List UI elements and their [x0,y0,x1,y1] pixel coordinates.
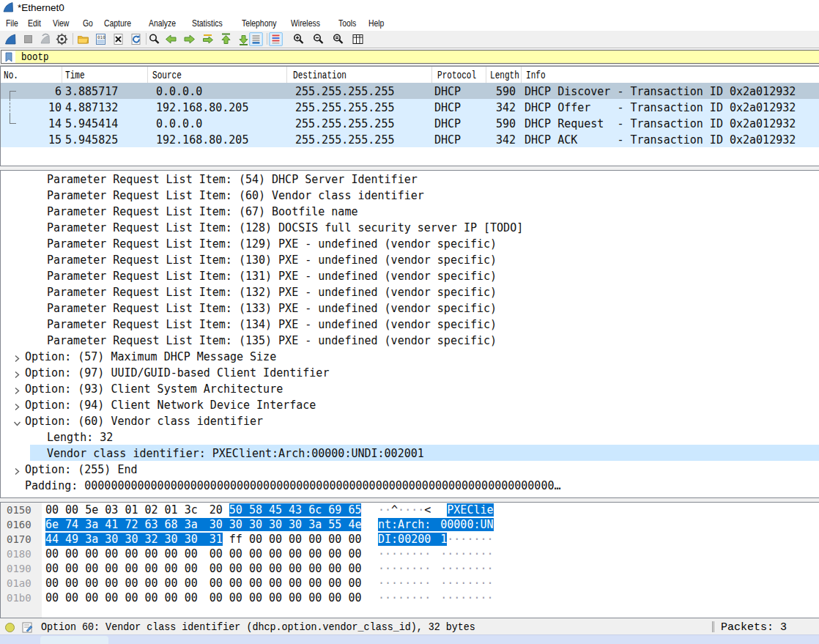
hex-bytes: 00 00 00 00 00 00 00 00 00 00 00 00 00 0… [45,562,361,575]
detail-line-9[interactable]: Parameter Request List Item: (134) PXE -… [1,316,818,332]
menu-telephony[interactable]: Telephony [242,18,276,29]
column-header-length[interactable]: Length [490,70,519,81]
cell-len: 342 [496,101,516,114]
colorize-button[interactable] [269,32,283,46]
detail-line-10[interactable]: Parameter Request List Item: (135) PXE -… [1,332,818,348]
go-back-button[interactable] [164,32,178,46]
toolbar-separator [267,33,267,45]
detail-line-3[interactable]: Parameter Request List Item: (128) DOCSI… [1,219,818,235]
reload-button[interactable] [129,32,143,46]
column-separator[interactable] [486,67,486,84]
detail-line-13[interactable]: Option: (93) Client System Architecture [1,380,818,396]
detail-line-16[interactable]: Length: 32 [1,429,818,445]
detail-text: Padding: 0000000000000000000000000000000… [25,479,561,492]
cell-no: 14 [48,117,62,130]
hex-ascii: ········ ········ [378,577,494,590]
column-header-info[interactable]: Info [526,70,546,81]
detail-line-4[interactable]: Parameter Request List Item: (129) PXE -… [1,235,818,251]
hex-offset: 0170 [7,533,32,545]
menu-statistics[interactable]: Statistics [192,18,223,29]
cell-src: 0.0.0.0 [156,117,202,130]
close-capture-button[interactable] [111,32,125,46]
cell-proto: DHCP [434,101,461,114]
column-header-time[interactable]: Time [65,70,85,81]
cell-src: 0.0.0.0 [156,85,202,98]
go-forward-button[interactable] [182,32,196,46]
filter-text: bootp [21,51,48,64]
detail-line-1[interactable]: Parameter Request List Item: (60) Vendor… [1,187,818,203]
cell-dst: 255.255.255.255 [295,85,394,98]
packet-row-15[interactable]: 155.945825192.168.80.205255.255.255.255D… [1,131,819,147]
save-file-button[interactable]: 010 [94,32,108,46]
detail-line-7[interactable]: Parameter Request List Item: (132) PXE -… [1,284,818,300]
capture-options-button[interactable] [55,32,69,46]
zoom-original-button[interactable] [331,32,345,46]
resize-columns-button[interactable] [351,32,365,46]
open-file-button[interactable] [76,32,90,46]
menu-file[interactable]: File [6,18,18,29]
title-bar: *Ethernet0 [0,0,819,15]
detail-line-18[interactable]: Option: (255) End [1,461,818,477]
detail-line-8[interactable]: Parameter Request List Item: (133) PXE -… [1,300,818,316]
menu-view[interactable]: View [53,18,69,29]
go-first-button[interactable] [219,32,233,46]
detail-line-0[interactable]: Parameter Request List Item: (54) DHCP S… [1,171,818,187]
packet-list-header[interactable]: No.TimeSourceDestinationProtocolLengthIn… [1,67,818,84]
cell-proto: DHCP [434,133,461,147]
detail-text: Parameter Request List Item: (54) DHCP S… [47,173,418,186]
detail-line-11[interactable]: Option: (57) Maximum DHCP Message Size [1,348,818,364]
go-to-packet-button[interactable] [201,32,215,46]
filter-bookmark-icon[interactable] [1,51,15,63]
column-header-protocol[interactable]: Protocol [437,70,476,81]
menu-go[interactable]: Go [83,18,93,29]
detail-line-19[interactable]: Padding: 0000000000000000000000000000000… [1,477,818,493]
hex-bytes: 6e 74 3a 41 72 63 68 3a 30 30 30 30 30 3… [45,518,361,531]
restart-capture-button[interactable] [39,32,53,46]
column-separator[interactable] [431,67,432,84]
zoom-out-button[interactable] [311,32,325,46]
hex-offset: 0150 [7,504,32,516]
detail-text: Option: (60) Vendor class identifier [25,415,263,428]
detail-text: Parameter Request List Item: (67) Bootfi… [47,205,357,218]
zoom-in-button[interactable] [292,32,305,46]
packet-row-14[interactable]: 145.9454140.0.0.0255.255.255.255DHCP590D… [1,115,819,131]
menu-edit[interactable]: Edit [28,18,41,29]
wireshark-start-button[interactable] [4,32,18,46]
cell-time: 5.945414 [65,117,118,130]
detail-line-2[interactable]: Parameter Request List Item: (67) Bootfi… [1,203,818,219]
menu-tools[interactable]: Tools [338,18,356,29]
column-header-destination[interactable]: Destination [293,70,346,81]
auto-scroll-button[interactable] [249,32,263,46]
detail-text: Option: (94) Client Network Device Inter… [25,399,316,412]
cell-src: 192.168.80.205 [156,101,248,114]
menu-capture[interactable]: Capture [104,18,131,29]
column-separator[interactable] [147,67,148,84]
packet-row-6[interactable]: 63.8857170.0.0.0255.255.255.255DHCP590DH… [1,83,819,99]
column-separator[interactable] [521,67,522,84]
find-packet-button[interactable] [147,32,161,46]
hex-offset: 0190 [7,563,32,574]
packet-row-10[interactable]: 104.887132192.168.80.205255.255.255.255D… [1,99,819,115]
display-filter-input[interactable]: bootp [1,50,819,64]
menu-analyze[interactable]: Analyze [149,18,176,29]
detail-line-5[interactable]: Parameter Request List Item: (130) PXE -… [1,251,818,267]
cell-info: DHCP Request - Transaction ID 0x2a012932 [525,117,796,130]
detail-text: Parameter Request List Item: (133) PXE -… [47,302,497,315]
detail-text: Parameter Request List Item: (130) PXE -… [47,253,497,267]
detail-text: Parameter Request List Item: (135) PXE -… [47,334,497,347]
menu-help[interactable]: Help [368,18,384,29]
menu-wireless[interactable]: Wireless [291,18,320,29]
detail-line-17[interactable]: Vendor class identifier: PXEClient:Arch:… [30,445,819,461]
detail-line-6[interactable]: Parameter Request List Item: (131) PXE -… [1,267,818,284]
detail-line-12[interactable]: Option: (97) UUID/GUID-based Client Iden… [1,364,818,380]
column-separator[interactable] [62,67,62,84]
hex-offset: 0160 [7,519,32,530]
detail-line-14[interactable]: Option: (94) Client Network Device Inter… [1,396,818,412]
column-header-no[interactable]: No. [4,70,18,81]
column-header-source[interactable]: Source [152,70,182,81]
hex-ascii: ········ ········ [378,547,494,560]
detail-line-15[interactable]: Option: (60) Vendor class identifier [1,412,818,429]
stop-capture-button[interactable] [21,32,35,46]
column-separator[interactable] [286,67,287,84]
cell-info: DHCP ACK - Transaction ID 0x2a012932 [525,133,796,147]
